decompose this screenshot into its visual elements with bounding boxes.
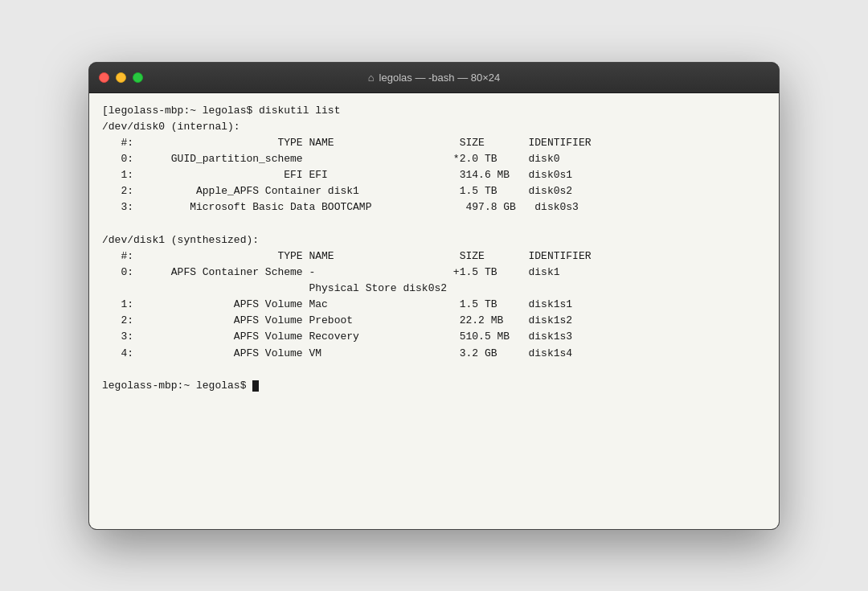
traffic-lights bbox=[99, 72, 143, 83]
terminal-line: #: TYPE NAME SIZE IDENTIFIER bbox=[102, 135, 766, 151]
terminal-line: /dev/disk1 (synthesized): bbox=[102, 232, 766, 248]
terminal-body[interactable]: [legolass-mbp:~ legolas$ diskutil list /… bbox=[89, 93, 779, 529]
terminal-line bbox=[102, 215, 766, 232]
terminal-line: 1: EFI EFI 314.6 MB disk0s1 bbox=[102, 167, 766, 183]
terminal-line: 3: Microsoft Basic Data BOOTCAMP 497.8 G… bbox=[102, 199, 766, 215]
terminal-line: Physical Store disk0s2 bbox=[102, 281, 766, 297]
terminal-window: ⌂ legolas — -bash — 80×24 [legolass-mbp:… bbox=[88, 62, 780, 530]
close-button[interactable] bbox=[99, 72, 109, 83]
terminal-line: 0: GUID_partition_scheme *2.0 TB disk0 bbox=[102, 151, 766, 167]
terminal-line: 3: APFS Volume Recovery 510.5 MB disk1s3 bbox=[102, 329, 766, 345]
terminal-line: 4: APFS Volume VM 3.2 GB disk1s4 bbox=[102, 346, 766, 362]
terminal-line: 1: APFS Volume Mac 1.5 TB disk1s1 bbox=[102, 297, 766, 313]
terminal-line: 0: APFS Container Scheme - +1.5 TB disk1 bbox=[102, 265, 766, 281]
home-icon: ⌂ bbox=[368, 72, 375, 84]
terminal-prompt-line: legolass-mbp:~ legolas$ bbox=[102, 378, 766, 394]
window-title: ⌂ legolas — -bash — 80×24 bbox=[368, 72, 501, 84]
titlebar: ⌂ legolas — -bash — 80×24 bbox=[89, 63, 779, 93]
terminal-line: 2: Apple_APFS Container disk1 1.5 TB dis… bbox=[102, 183, 766, 199]
terminal-line: /dev/disk0 (internal): bbox=[102, 119, 766, 135]
cursor bbox=[252, 380, 259, 392]
minimize-button[interactable] bbox=[116, 72, 126, 83]
maximize-button[interactable] bbox=[133, 72, 143, 83]
terminal-line: 2: APFS Volume Preboot 22.2 MB disk1s2 bbox=[102, 313, 766, 329]
terminal-line bbox=[102, 362, 766, 378]
terminal-line: #: TYPE NAME SIZE IDENTIFIER bbox=[102, 248, 766, 265]
title-text: legolas — -bash — 80×24 bbox=[379, 72, 501, 84]
terminal-line: [legolass-mbp:~ legolas$ diskutil list bbox=[102, 103, 766, 119]
